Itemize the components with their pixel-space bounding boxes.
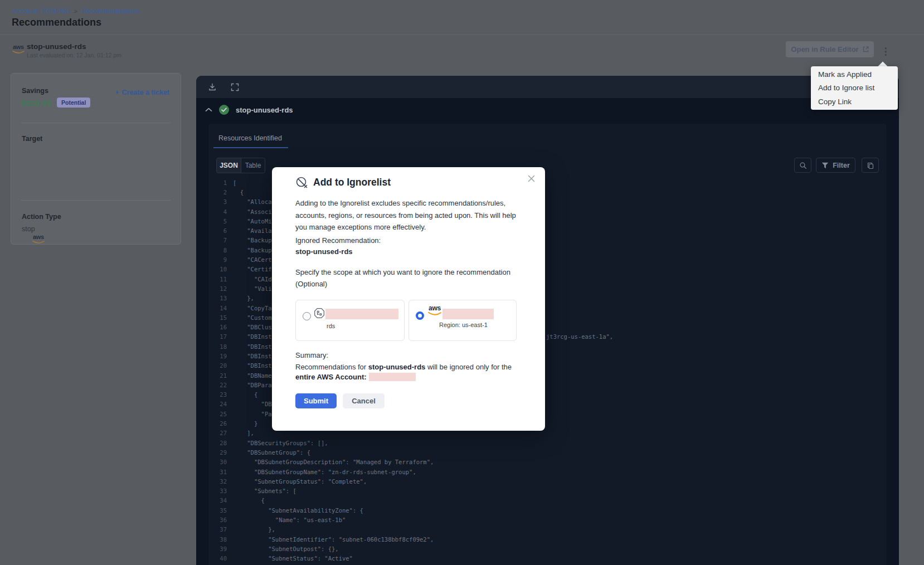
aws-logo-text: aws <box>33 234 44 240</box>
menu-item-copy-link[interactable]: Copy Link <box>811 95 898 109</box>
aws-logo-text: aws <box>13 44 24 50</box>
toggle-table[interactable]: Table <box>241 158 265 173</box>
scope-option-resource[interactable]: rds <box>295 300 405 341</box>
header-divider <box>0 35 924 35</box>
menu-item-mark-as-applied[interactable]: Mark as Applied <box>811 67 898 81</box>
ignored-recommendation-value: stop-unused-rds <box>295 247 353 256</box>
code-line: 32 "SubnetGroupStatus": "Complete", <box>208 476 887 486</box>
tab-underline <box>213 147 288 148</box>
savings-amount: $310.93 <box>21 98 51 108</box>
menu-item-add-to-ignore-list[interactable]: Add to Ignore list <box>811 81 898 95</box>
fullscreen-icon[interactable] <box>230 82 240 92</box>
open-in-rule-editor-label: Open in Rule Editor <box>791 45 858 53</box>
savings-label: Savings <box>22 87 48 95</box>
potential-badge: Potential <box>57 98 90 108</box>
code-line: 37 }, <box>208 525 887 534</box>
code-line: 36 "Name": "us-east-1b" <box>208 515 887 524</box>
breadcrumb-page-link[interactable]: Recommendations <box>81 7 139 15</box>
radio-account[interactable] <box>416 311 424 320</box>
toggle-json[interactable]: JSON <box>217 158 241 173</box>
code-line: 34 { <box>208 496 887 505</box>
card-divider <box>21 200 171 201</box>
external-link-icon <box>863 46 869 52</box>
drawer-recommendation-name: stop-unused-rds <box>236 106 293 114</box>
summary-part2: will be ignored only for the <box>425 363 512 371</box>
context-menu: Mark as Applied Add to Ignore list Copy … <box>811 66 898 110</box>
plus-icon: + <box>115 89 119 96</box>
modal-description: Adding to the Ignorelist excludes specif… <box>295 197 523 233</box>
code-line: 29 "DBSubnetGroup": { <box>208 447 887 457</box>
chevron-up-icon[interactable] <box>205 108 212 112</box>
drawer-toolbar <box>196 76 899 98</box>
target-aws-logo-icon: aws <box>32 234 45 244</box>
scope-option-account[interactable]: aws Region: us-east-1 <box>408 300 517 341</box>
ignore-icon <box>295 176 308 189</box>
radio-resource[interactable] <box>303 312 311 320</box>
summary-scope: entire AWS Account: <box>295 373 367 381</box>
create-ticket-link[interactable]: + Create a ticket <box>115 89 169 96</box>
download-icon[interactable] <box>207 82 217 92</box>
success-check-icon <box>219 105 229 115</box>
page-title: Recommendations <box>12 17 101 28</box>
drawer-recommendation-row: stop-unused-rds <box>205 105 293 115</box>
modal-title: Add to Ignorelist <box>313 177 391 188</box>
submit-button[interactable]: Submit <box>295 393 337 408</box>
scope-region-label: Region: us-east-1 <box>439 322 488 328</box>
filter-button[interactable]: Filter <box>816 158 855 173</box>
view-toggle: JSON Table <box>216 158 265 173</box>
savings-card: Savings + Create a ticket $310.93 Potent… <box>11 73 181 245</box>
close-icon[interactable] <box>526 173 536 183</box>
tab-resources-identified[interactable]: Resources Identified <box>218 134 282 142</box>
summary-label: Summary: <box>295 351 328 359</box>
code-line: 30 "DBSubnetGroupDescription": "Managed … <box>208 457 887 467</box>
breadcrumb-account-link[interactable]: Account: CCM-NG <box>12 7 70 15</box>
copy-button[interactable] <box>862 158 879 173</box>
redacted-resource-id <box>325 309 398 319</box>
scope-prompt: Specify the scope at which you want to i… <box>295 266 516 290</box>
search-button[interactable] <box>794 158 811 173</box>
target-label: Target <box>22 135 42 143</box>
breadcrumb: Account: CCM-NG > Recommendations <box>12 7 139 15</box>
filter-icon <box>821 162 829 169</box>
code-line: 28 "DBSecurityGroups": [], <box>208 438 887 447</box>
cancel-button[interactable]: Cancel <box>343 393 385 408</box>
aws-logo-icon: aws <box>427 305 442 316</box>
ignored-recommendation-label: Ignored Recommendation: <box>295 236 381 245</box>
code-line: 31 "DBSubnetGroupName": "zn-dr-rds-subne… <box>208 467 887 476</box>
create-ticket-label: Create a ticket <box>122 89 169 96</box>
summary-part1: Recommendations for <box>295 363 368 371</box>
action-type-value: stop <box>22 225 35 233</box>
code-line: 35 "SubnetAvailabilityZone": { <box>208 505 887 515</box>
code-line: 38 "SubnetIdentifier": "subnet-060c138bb… <box>208 534 887 544</box>
copy-icon <box>867 162 874 169</box>
rds-service-icon <box>314 308 325 319</box>
search-icon <box>799 162 807 169</box>
summary-recommendation-name: stop-unused-rds <box>368 363 426 371</box>
last-evaluated-text: Last evaluated on: 12 Jan, 01:12 pm <box>27 52 121 59</box>
aws-logo-text: aws <box>429 305 441 311</box>
code-line: 39 "SubnetOutpost": {}, <box>208 544 887 553</box>
filter-label: Filter <box>833 162 850 169</box>
action-type-label: Action Type <box>22 213 61 221</box>
code-line: 33 "Subnets": [ <box>208 486 887 496</box>
aws-logo-icon: aws <box>12 44 25 54</box>
scope-resource-label: rds <box>327 323 335 329</box>
card-divider <box>21 123 171 123</box>
redacted-account-inline <box>369 373 416 381</box>
redacted-account-id <box>442 309 494 319</box>
summary-text: Recommendations for stop-unused-rds will… <box>295 362 525 382</box>
add-to-ignorelist-modal: Add to Ignorelist Adding to the Ignoreli… <box>272 167 545 431</box>
recommendation-name: stop-unused-rds <box>27 42 86 51</box>
breadcrumb-separator-icon: > <box>74 8 77 14</box>
code-line: 40 "SubnetStatus": "Active" <box>208 554 887 563</box>
open-in-rule-editor-button[interactable]: Open in Rule Editor <box>786 41 874 57</box>
kebab-menu-icon[interactable]: ⋮ <box>881 43 891 60</box>
